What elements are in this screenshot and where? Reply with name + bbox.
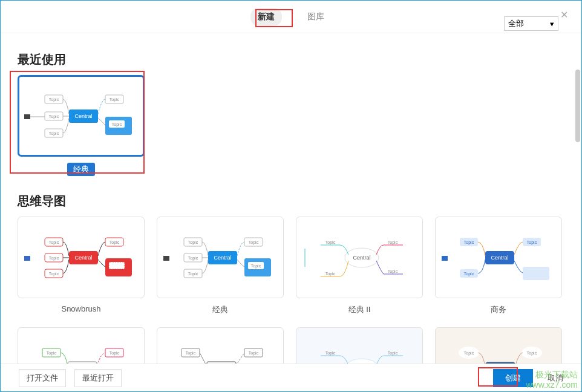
mindmap-thumb-icon: Topic Topic Topic Central Topic Topic: [160, 224, 281, 291]
svg-text:Central: Central: [74, 113, 92, 119]
svg-text:Topic: Topic: [464, 240, 474, 245]
svg-text:Topic: Topic: [112, 122, 122, 127]
svg-text:Central: Central: [214, 255, 231, 261]
template-label: 经典: [67, 163, 95, 176]
tab-new[interactable]: 新建: [250, 8, 282, 26]
svg-text:Topic: Topic: [188, 240, 198, 245]
mindmap-section: 思维导图 Topic Topic Topic Central Topic: [18, 193, 564, 365]
svg-text:Topic: Topic: [325, 272, 336, 276]
svg-text:Central: Central: [491, 255, 508, 261]
svg-text:Topic: Topic: [325, 351, 336, 356]
template-card-classic2[interactable]: Topic Topic Topic Central Topic Topic: [157, 217, 284, 298]
template-item: Topic Topic Central Topic: [296, 327, 423, 365]
svg-rect-52: [442, 256, 448, 261]
template-card-7[interactable]: Topic Topic Central Topic: [296, 327, 423, 365]
template-item: Topic Topic Central Topic: [157, 327, 284, 365]
section-title-recent: 最近使用: [18, 51, 564, 68]
template-item: Topic Topic Topic Central Topic Topic 经典: [18, 75, 145, 176]
svg-text:Topic: Topic: [388, 269, 398, 274]
content-area: 最近使用 Topic Topic Topic Central Topic Top…: [1, 33, 581, 365]
template-label: 经典: [212, 304, 228, 315]
mindmap-thumb-icon: Topic Topic Central Topic: [299, 335, 420, 365]
svg-text:Topic: Topic: [186, 351, 196, 356]
svg-text:Topic: Topic: [388, 351, 398, 356]
mindmap-thumb-icon: Topic Topic Topic Central Topic Topic: [21, 83, 142, 149]
template-item: Topic Topic Central Topic: [435, 327, 562, 365]
svg-text:Topic: Topic: [249, 351, 259, 356]
svg-text:Topic: Topic: [49, 131, 59, 136]
create-button[interactable]: 创建: [493, 369, 533, 387]
svg-text:Central: Central: [74, 255, 92, 261]
svg-text:Topic: Topic: [49, 240, 59, 245]
header: 新建 图库 ✕ 全部 ▾: [1, 1, 581, 33]
filter-value: 全部: [508, 18, 524, 29]
template-card-classic-ii[interactable]: Topic Topic Central Topic Topic: [296, 217, 423, 298]
svg-rect-0: [24, 114, 30, 119]
mindmap-thumb-icon: Topic Topic Central Topic: [438, 224, 559, 291]
template-item: Topic Topic Central Topic: [18, 327, 145, 365]
footer-right: 创建 取消: [493, 369, 563, 387]
mindmap-thumb-icon: Topic Topic Topic Central Topic: [21, 224, 142, 291]
template-card-snowbrush[interactable]: Topic Topic Topic Central Topic: [18, 217, 145, 298]
mindmap-grid: Topic Topic Topic Central Topic S: [18, 217, 564, 365]
recent-grid: Topic Topic Topic Central Topic Topic 经典: [18, 75, 564, 176]
svg-rect-26: [109, 262, 125, 269]
mindmap-thumb-icon: Topic Topic Central Topic: [438, 335, 559, 365]
footer-left: 打开文件 最近打开: [19, 369, 122, 387]
template-card-business[interactable]: Topic Topic Central Topic: [435, 217, 562, 298]
template-item: Topic Topic Central Topic 商务: [435, 217, 562, 315]
svg-text:Topic: Topic: [188, 256, 198, 261]
svg-text:Topic: Topic: [249, 240, 259, 245]
svg-text:Topic: Topic: [110, 240, 120, 245]
open-file-button[interactable]: 打开文件: [19, 369, 66, 387]
mindmap-thumb-icon: Topic Topic Central Topic: [160, 335, 281, 365]
mindmap-thumb-icon: Topic Topic Central Topic: [21, 335, 142, 365]
template-label: 商务: [491, 304, 506, 315]
svg-text:Topic: Topic: [110, 351, 120, 356]
template-item: Topic Topic Central Topic Topic 经典 II: [296, 217, 423, 315]
chevron-down-icon: ▾: [550, 19, 554, 28]
svg-rect-14: [24, 256, 30, 261]
scrollbar[interactable]: [575, 70, 580, 142]
tab-library[interactable]: 图库: [300, 8, 332, 26]
svg-text:Topic: Topic: [49, 256, 59, 261]
cancel-button[interactable]: 取消: [548, 373, 563, 384]
svg-text:Topic: Topic: [110, 97, 120, 102]
svg-rect-27: [163, 256, 169, 261]
svg-text:Topic: Topic: [527, 351, 537, 356]
svg-text:Topic: Topic: [47, 351, 57, 356]
recent-open-button[interactable]: 最近打开: [74, 369, 122, 387]
svg-text:Central: Central: [353, 255, 370, 261]
template-card-classic[interactable]: Topic Topic Topic Central Topic Topic: [18, 75, 145, 157]
svg-text:Topic: Topic: [49, 97, 59, 102]
svg-text:Topic: Topic: [464, 351, 474, 356]
svg-text:Topic: Topic: [49, 272, 59, 276]
svg-text:Topic: Topic: [251, 264, 261, 269]
filter-dropdown[interactable]: 全部 ▾: [504, 16, 558, 31]
svg-text:Topic: Topic: [388, 240, 398, 245]
svg-text:Topic: Topic: [49, 114, 59, 119]
svg-rect-61: [523, 267, 549, 280]
template-label: Snowbrush: [61, 304, 100, 313]
svg-text:Topic: Topic: [527, 240, 537, 245]
template-card-8[interactable]: Topic Topic Central Topic: [435, 327, 562, 365]
header-tabs: 新建 图库: [250, 8, 332, 26]
template-item: Topic Topic Topic Central Topic S: [18, 217, 145, 315]
template-label: 经典 II: [348, 304, 371, 315]
svg-text:Topic: Topic: [325, 240, 336, 245]
template-item: Topic Topic Topic Central Topic Topic: [157, 217, 284, 315]
mindmap-thumb-icon: Topic Topic Central Topic Topic: [299, 224, 420, 291]
svg-text:Topic: Topic: [464, 272, 474, 276]
template-card-6[interactable]: Topic Topic Central Topic: [157, 327, 284, 365]
footer: 打开文件 最近打开 创建 取消: [1, 364, 581, 391]
section-title-mindmap: 思维导图: [18, 193, 564, 209]
template-card-5[interactable]: Topic Topic Central Topic: [18, 327, 145, 365]
svg-text:Topic: Topic: [188, 272, 198, 276]
